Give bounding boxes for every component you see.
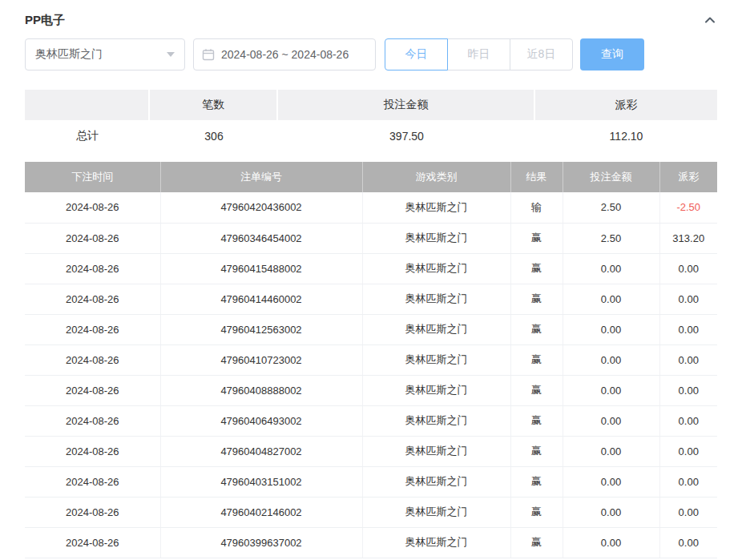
game-type-cell: 奥林匹斯之门 [362, 436, 510, 466]
bet-time-cell: 2024-08-26 [25, 527, 160, 558]
summary-header-payout: 派彩 [535, 90, 717, 120]
game-type-cell: 奥林匹斯之门 [362, 375, 510, 405]
bet-time-cell: 2024-08-26 [25, 223, 160, 253]
game-type-cell: 奥林匹斯之门 [362, 253, 510, 284]
summary-header-bet-amount: 投注金额 [278, 90, 535, 120]
order-id-cell: 47960402146002 [160, 497, 362, 527]
quick-date-button-group: 今日 昨日 近8日 [385, 38, 573, 71]
bet-time-cell: 2024-08-26 [25, 436, 160, 466]
table-row: 2024-08-26 47960404827002 奥林匹斯之门 赢 0.00 … [25, 436, 717, 466]
summary-header-empty [25, 90, 150, 120]
table-row: 2024-08-26 47960346454002 奥林匹斯之门 赢 2.50 … [25, 223, 717, 253]
bet-amount-cell: 0.00 [563, 344, 659, 375]
chevron-up-icon [703, 13, 717, 27]
bet-amount-cell: 0.00 [563, 314, 659, 344]
order-id-cell: 47960408888002 [160, 375, 362, 405]
summary-header-count: 笔数 [150, 90, 278, 120]
bet-time-cell: 2024-08-26 [25, 466, 160, 497]
bet-time-cell: 2024-08-26 [25, 253, 160, 284]
payout-cell: 0.00 [659, 405, 717, 436]
date-range-input[interactable]: 2024-08-26 ~ 2024-08-26 [193, 38, 376, 71]
game-select-value: 奥林匹斯之门 [35, 47, 103, 62]
table-row: 2024-08-26 47960406493002 奥林匹斯之门 赢 0.00 … [25, 405, 717, 436]
bet-time-cell: 2024-08-26 [25, 375, 160, 405]
payout-cell: -2.50 [659, 192, 717, 223]
table-row: 2024-08-26 47960414460002 奥林匹斯之门 赢 0.00 … [25, 284, 717, 314]
column-header-game-type: 游戏类别 [362, 162, 510, 192]
game-type-cell: 奥林匹斯之门 [362, 314, 510, 344]
bet-amount-cell: 0.00 [563, 284, 659, 314]
column-header-payout: 派彩 [659, 162, 717, 192]
result-cell: 赢 [510, 375, 563, 405]
summary-table: 笔数 投注金额 派彩 总计 306 397.50 112.10 [25, 90, 717, 152]
payout-cell: 0.00 [659, 284, 717, 314]
bet-time-cell: 2024-08-26 [25, 192, 160, 223]
order-id-cell: 47960412563002 [160, 314, 362, 344]
summary-total-label: 总计 [25, 120, 150, 152]
table-row: 2024-08-26 47960399637002 奥林匹斯之门 赢 0.00 … [25, 527, 717, 558]
column-header-bet-amount: 投注金额 [563, 162, 659, 192]
bet-amount-cell: 0.00 [563, 436, 659, 466]
collapse-panel-button[interactable] [703, 13, 717, 27]
order-id-cell: 47960415488002 [160, 253, 362, 284]
chevron-down-icon [167, 52, 175, 57]
column-header-result: 结果 [510, 162, 563, 192]
bet-amount-cell: 0.00 [563, 466, 659, 497]
payout-cell: 0.00 [659, 253, 717, 284]
last-8-days-button[interactable]: 近8日 [510, 38, 573, 71]
date-range-value: 2024-08-26 ~ 2024-08-26 [221, 48, 349, 61]
summary-total-row: 总计 306 397.50 112.10 [25, 120, 717, 152]
column-header-order-id: 注单编号 [160, 162, 362, 192]
payout-cell: 0.00 [659, 375, 717, 405]
table-row: 2024-08-26 47960410723002 奥林匹斯之门 赢 0.00 … [25, 344, 717, 375]
bet-time-cell: 2024-08-26 [25, 344, 160, 375]
yesterday-button[interactable]: 昨日 [447, 38, 510, 71]
order-id-cell: 47960404827002 [160, 436, 362, 466]
result-cell: 赢 [510, 405, 563, 436]
summary-total-bet-amount: 397.50 [278, 120, 535, 152]
bet-amount-cell: 0.00 [563, 497, 659, 527]
bet-time-cell: 2024-08-26 [25, 314, 160, 344]
result-cell: 赢 [510, 466, 563, 497]
payout-cell: 0.00 [659, 527, 717, 558]
result-cell: 赢 [510, 253, 563, 284]
order-id-cell: 47960406493002 [160, 405, 362, 436]
column-header-bet-time: 下注时间 [25, 162, 160, 192]
bet-amount-cell: 2.50 [563, 192, 659, 223]
result-cell: 赢 [510, 284, 563, 314]
payout-cell: 0.00 [659, 466, 717, 497]
page-title: PP电子 [25, 13, 65, 28]
game-type-cell: 奥林匹斯之门 [362, 497, 510, 527]
table-row: 2024-08-26 47960408888002 奥林匹斯之门 赢 0.00 … [25, 375, 717, 405]
calendar-icon [202, 48, 215, 61]
table-row: 2024-08-26 47960415488002 奥林匹斯之门 赢 0.00 … [25, 253, 717, 284]
order-id-cell: 47960399637002 [160, 527, 362, 558]
payout-cell: 0.00 [659, 314, 717, 344]
game-type-cell: 奥林匹斯之门 [362, 527, 510, 558]
game-type-cell: 奥林匹斯之门 [362, 192, 510, 223]
panel-header: PP电子 [25, 0, 717, 29]
game-type-cell: 奥林匹斯之门 [362, 344, 510, 375]
pp-electronic-panel: PP电子 奥林匹斯之门 2024-08-26 ~ 2 [0, 0, 742, 558]
summary-total-payout: 112.10 [535, 120, 717, 152]
bet-table-body: 2024-08-26 47960420436002 奥林匹斯之门 输 2.50 … [25, 192, 717, 558]
summary-header-row: 笔数 投注金额 派彩 [25, 90, 717, 120]
today-button[interactable]: 今日 [385, 38, 448, 71]
result-cell: 赢 [510, 344, 563, 375]
game-type-cell: 奥林匹斯之门 [362, 466, 510, 497]
order-id-cell: 47960420436002 [160, 192, 362, 223]
table-header-row: 下注时间 注单编号 游戏类别 结果 投注金额 派彩 [25, 162, 717, 192]
result-cell: 赢 [510, 314, 563, 344]
result-cell: 赢 [510, 436, 563, 466]
filter-bar: 奥林匹斯之门 2024-08-26 ~ 2024-08-26 今日 昨日 近8日… [25, 38, 717, 71]
result-cell: 赢 [510, 527, 563, 558]
result-cell: 赢 [510, 223, 563, 253]
game-select[interactable]: 奥林匹斯之门 [25, 38, 185, 71]
search-button[interactable]: 查询 [580, 38, 644, 71]
game-type-cell: 奥林匹斯之门 [362, 223, 510, 253]
table-row: 2024-08-26 47960402146002 奥林匹斯之门 赢 0.00 … [25, 497, 717, 527]
bet-amount-cell: 0.00 [563, 253, 659, 284]
payout-cell: 313.20 [659, 223, 717, 253]
bet-amount-cell: 0.00 [563, 527, 659, 558]
bet-amount-cell: 0.00 [563, 405, 659, 436]
